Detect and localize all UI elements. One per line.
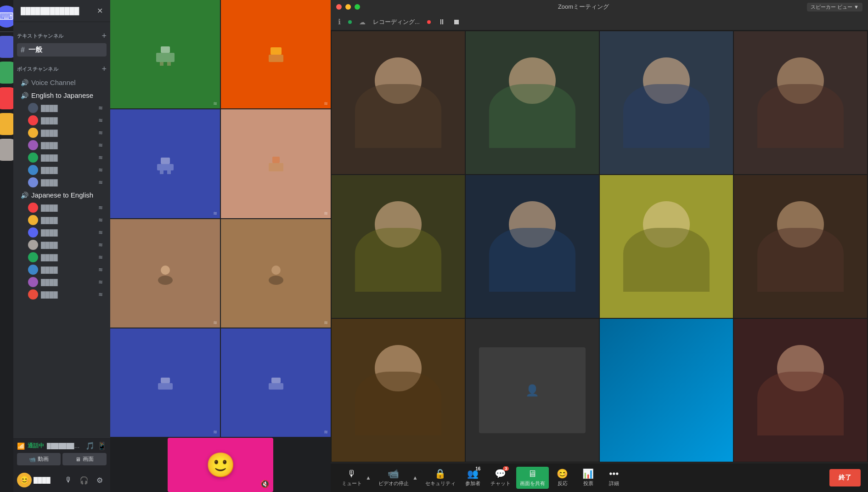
user-mute-btn[interactable]: 🎙 [62, 473, 75, 487]
user-info: ████ [34, 477, 60, 484]
screen-action-btn[interactable]: 🖥 画面 [62, 453, 107, 465]
zoom-window: Zoomミーティング スピーカー ビュー ▼ ℹ ☁ レコーディング... ⏸ … [331, 0, 868, 492]
user-signal-5: ≋ [98, 154, 103, 161]
stream-cell-6-overlay: ≋ [324, 320, 328, 326]
server-name-bar[interactable]: ████████████ ✕ [13, 0, 110, 22]
info-icon[interactable]: ℹ [338, 17, 341, 26]
svg-rect-9 [167, 170, 171, 174]
video-btn[interactable]: 📹 ビデオの停止 [375, 466, 412, 489]
voice-user-6[interactable]: ████ ≋ [24, 164, 107, 176]
apps-btn[interactable]: 📊 投票 [576, 466, 600, 489]
svg-point-12 [161, 266, 170, 275]
channel-item-eng-jp[interactable]: 🔊 English to Japanese [17, 89, 107, 102]
user-signal-6: ≋ [98, 167, 103, 173]
stream-cell-2-overlay: ≋ [324, 101, 328, 107]
user-deafen-btn[interactable]: 🎧 [77, 473, 91, 487]
voice-ctrl-phone[interactable]: 📱 [97, 441, 107, 450]
user-name-jp-6: ████ [41, 266, 98, 273]
window-maximize-btn[interactable] [355, 4, 360, 10]
voice-user-5[interactable]: ████ ≋ [24, 152, 107, 164]
reactions-btn[interactable]: 😊 反応 [551, 466, 575, 489]
voice-user-2[interactable]: ████ ≋ [24, 114, 107, 126]
category-voice-channels[interactable]: ボイスチャンネル + [13, 57, 110, 76]
signal-bars-icon: 📶 [17, 442, 25, 450]
server-icon-2[interactable] [0, 62, 13, 84]
more-btn[interactable]: ••• 詳細 [602, 467, 626, 489]
window-minimize-btn[interactable] [345, 4, 351, 10]
channel-item-voice[interactable]: 🔊 Voice Channel [17, 76, 107, 89]
zoom-end-btn[interactable]: 終了 [829, 469, 861, 486]
server-icon-5[interactable] [0, 139, 13, 161]
mute-btn[interactable]: 🎙 ミュート [338, 467, 366, 489]
voice-user-1[interactable]: ████ ≋ [24, 102, 107, 114]
share-btn[interactable]: 🖥 画面を共有 [516, 467, 549, 489]
user-signal-2: ≋ [98, 117, 103, 124]
server-icon-3[interactable] [0, 87, 13, 109]
voice-user-jp-2[interactable]: ████ ≋ [24, 214, 107, 226]
svg-rect-1 [156, 53, 175, 62]
apps-icon: 📊 [582, 468, 594, 479]
zoom-participants-grid: 👤 [331, 30, 868, 463]
security-label: セキュリティ [425, 480, 456, 487]
stream-icon-5 [152, 262, 179, 285]
participants-btn[interactable]: 👥 16 参加者 [461, 466, 485, 489]
voice-status-channel: ████████████ [47, 443, 83, 449]
stream-cell-8-overlay: ≋ [324, 429, 328, 435]
user-name-jp-8: ████ [41, 291, 98, 298]
svg-rect-10 [272, 157, 280, 163]
svg-rect-2 [160, 62, 163, 66]
mute-chevron[interactable]: ▲ [366, 475, 371, 481]
stop-recording-btn[interactable]: ⏹ [453, 18, 460, 26]
participant-cell-12 [734, 319, 867, 462]
server-icon-1[interactable] [0, 36, 13, 58]
voice-ctrl-sound[interactable]: 🎵 [85, 441, 95, 450]
voice-user-jp-7[interactable]: ████ ≋ [24, 276, 107, 288]
chat-btn[interactable]: 💬 3 チャット [487, 466, 514, 489]
participant-cell-11 [600, 319, 733, 462]
category-voice-add[interactable]: + [101, 64, 107, 74]
svg-rect-7 [157, 164, 174, 170]
voice-user-jp-3[interactable]: ████ ≋ [24, 226, 107, 238]
channel-item-general[interactable]: # 一般 [17, 43, 107, 57]
server-icon-4[interactable] [0, 113, 13, 135]
recording-label: レコーディング... [373, 18, 420, 26]
voice-user-jp-6[interactable]: ████ ≋ [24, 264, 107, 276]
online-indicator [348, 20, 352, 24]
category-text-add[interactable]: + [101, 31, 107, 41]
voice-users-eng-jp: ████ ≋ ████ ≋ ████ ≋ ██ [13, 102, 110, 188]
zoom-toolbar: ℹ ☁ レコーディング... ⏸ ⏹ [331, 14, 868, 30]
svg-rect-18 [271, 378, 281, 383]
window-close-btn[interactable] [336, 4, 342, 10]
cloud-recording-icon: ☁ [359, 18, 366, 26]
zoom-view-toggle[interactable]: スピーカー ビュー ▼ [807, 3, 862, 11]
discord-home-icon[interactable]: ⌨ [0, 6, 13, 28]
server-icon-bar: ⌨ [0, 0, 13, 492]
security-btn[interactable]: 🔒 セキュリティ [422, 466, 459, 489]
user-settings-btn[interactable]: ⚙ [93, 473, 107, 487]
voice-user-jp-1[interactable]: ████ ≋ [24, 202, 107, 214]
blurred-icon: 👤 [525, 384, 539, 397]
voice-user-3[interactable]: ████ ≋ [24, 127, 107, 139]
channel-item-jp-eng[interactable]: 🔊 Japanese to English [17, 189, 107, 201]
chat-label: チャット [490, 480, 511, 487]
avatar-jp-4 [28, 240, 38, 250]
voice-user-jp-8[interactable]: ████ ≋ [24, 288, 107, 300]
voice-user-jp-5[interactable]: ████ ≋ [24, 251, 107, 263]
user-name-2: ████ [41, 117, 98, 124]
self-mute-icon: 🔇 [260, 480, 270, 488]
pause-recording-btn[interactable]: ⏸ [438, 18, 445, 26]
voice-user-7[interactable]: ████ ≋ [24, 176, 107, 188]
user-avatar: 😊 [17, 473, 32, 487]
video-action-btn[interactable]: 📹 動画 [17, 453, 61, 465]
voice-users-jp-eng: ████ ≋ ████ ≋ ████ ≋ ██ [13, 202, 110, 300]
video-chevron[interactable]: ▲ [412, 475, 418, 481]
category-text-channels[interactable]: テキストチャンネル + [13, 24, 110, 43]
mute-label: ミュート [342, 480, 362, 487]
voice-user-jp-4[interactable]: ████ ≋ [24, 239, 107, 251]
self-view-container: 🙂 🔇 [110, 437, 331, 492]
participant-cell-3 [600, 31, 733, 174]
channel-name-jp-eng: Japanese to English [31, 191, 93, 199]
voice-user-4[interactable]: ████ ≋ [24, 139, 107, 151]
server-name: ████████████ [21, 7, 97, 15]
stream-icon-6 [262, 262, 290, 285]
